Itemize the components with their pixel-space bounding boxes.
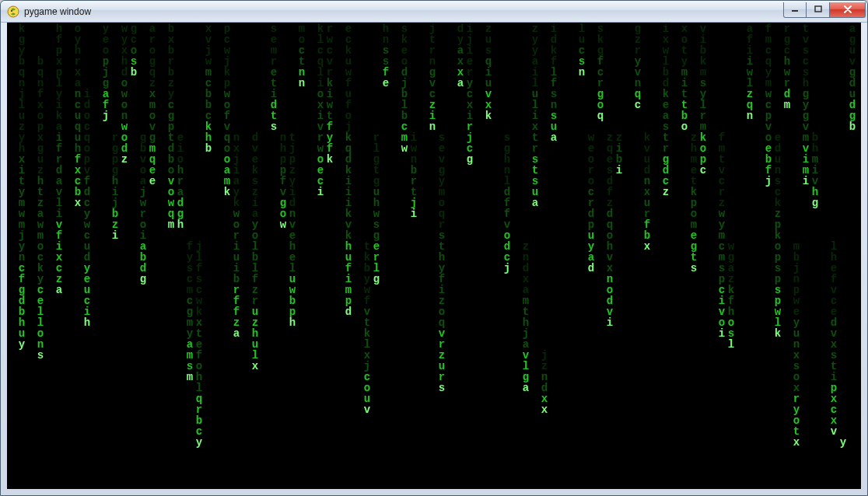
rain-cell	[409, 480, 418, 489]
rain-cell	[810, 56, 820, 67]
rain-cell: v	[801, 143, 810, 154]
rain-cell	[129, 459, 138, 470]
rain-cell	[521, 23, 530, 34]
rain-cell	[661, 197, 670, 208]
rain-cell: t	[36, 187, 45, 197]
rain-cell	[838, 295, 848, 306]
rain-cell	[381, 404, 390, 415]
rain-cell	[204, 306, 213, 317]
rain-cell	[782, 459, 792, 470]
rain-cell	[176, 361, 185, 372]
rain-cell	[36, 415, 45, 426]
rain-cell	[344, 339, 353, 350]
rain-cell	[456, 100, 465, 110]
rain-cell: d	[54, 165, 64, 176]
rain-cell	[120, 339, 129, 350]
rain-cell	[166, 393, 176, 404]
rain-cell	[101, 448, 110, 459]
rain-cell: o	[120, 100, 129, 110]
rain-cell	[810, 121, 820, 132]
rain-cell	[502, 448, 512, 459]
rain-cell: c	[428, 89, 437, 100]
rain-cell	[325, 426, 334, 437]
rain-cell	[110, 89, 120, 100]
rain-cell	[726, 132, 736, 143]
rain-cell	[829, 110, 838, 121]
rain-cell: g	[689, 241, 698, 252]
rain-cell	[792, 187, 801, 197]
rain-cell: g	[848, 110, 857, 121]
rain-cell	[82, 34, 92, 45]
rain-cell	[605, 328, 614, 339]
rain-cell	[810, 100, 820, 110]
rain-cell: o	[773, 241, 782, 252]
rain-cell	[250, 67, 260, 78]
rain-cell: o	[148, 45, 157, 56]
rain-cell	[73, 306, 82, 317]
rain-cell	[745, 470, 754, 480]
rain-cell	[456, 285, 465, 295]
rain-cell: a	[586, 252, 596, 263]
rain-cell	[745, 415, 754, 426]
rain-cell: q	[194, 393, 204, 404]
rain-cell: g	[521, 372, 530, 382]
rain-cell	[120, 448, 129, 459]
rain-cell: m	[17, 219, 26, 230]
rain-cell	[717, 121, 726, 132]
rain-cell: c	[36, 252, 45, 263]
rain-cell: f	[185, 241, 194, 252]
rain-cell	[661, 426, 670, 437]
rain-cell	[185, 176, 194, 187]
rain-cell	[316, 415, 325, 426]
rain-cell	[633, 154, 642, 165]
rain-cell	[110, 317, 120, 328]
rain-cell	[250, 393, 260, 404]
rain-cell	[456, 230, 465, 241]
rain-cell: y	[698, 89, 708, 100]
rain-cell: o	[101, 45, 110, 56]
rain-cell	[120, 437, 129, 448]
rain-cell	[409, 328, 418, 339]
rain-cell	[577, 470, 586, 480]
titlebar[interactable]: pygame window	[1, 1, 867, 23]
rain-cell: l	[372, 143, 381, 154]
rain-cell: a	[73, 78, 82, 89]
rain-cell	[54, 404, 64, 415]
rain-cell: f	[82, 176, 92, 187]
rain-cell	[138, 448, 148, 459]
rain-cell	[185, 56, 194, 67]
minimize-button[interactable]	[783, 2, 807, 18]
rain-cell	[530, 252, 540, 263]
close-button[interactable]	[830, 2, 866, 18]
rain-cell	[689, 328, 698, 339]
rain-cell	[680, 328, 689, 339]
rain-cell	[764, 252, 773, 263]
rain-cell	[465, 426, 474, 437]
rain-cell	[288, 67, 297, 78]
rain-cell	[204, 426, 213, 437]
rain-cell	[829, 187, 838, 197]
rain-cell	[409, 274, 418, 285]
rain-cell	[680, 317, 689, 328]
maximize-button[interactable]	[807, 2, 830, 18]
rain-cell	[297, 165, 306, 176]
rain-cell: r	[661, 143, 670, 154]
rain-cell: f	[605, 187, 614, 197]
rain-cell: r	[166, 56, 176, 67]
rain-cell	[642, 121, 652, 132]
rain-cell	[484, 470, 493, 480]
rain-cell: v	[829, 426, 838, 437]
rain-cell	[642, 263, 652, 274]
rain-cell	[166, 241, 176, 252]
rain-cell: c	[36, 285, 45, 295]
rain-cell	[484, 426, 493, 437]
rain-cell: j	[288, 143, 297, 154]
rain-cell: t	[362, 317, 372, 328]
rain-cell: s	[792, 361, 801, 372]
rain-cell: d	[661, 165, 670, 176]
rain-cell: h	[288, 241, 297, 252]
rain-cell: b	[204, 89, 213, 100]
rain-cell	[381, 339, 390, 350]
rain-cell	[577, 89, 586, 100]
rain-cell: s	[372, 219, 381, 230]
